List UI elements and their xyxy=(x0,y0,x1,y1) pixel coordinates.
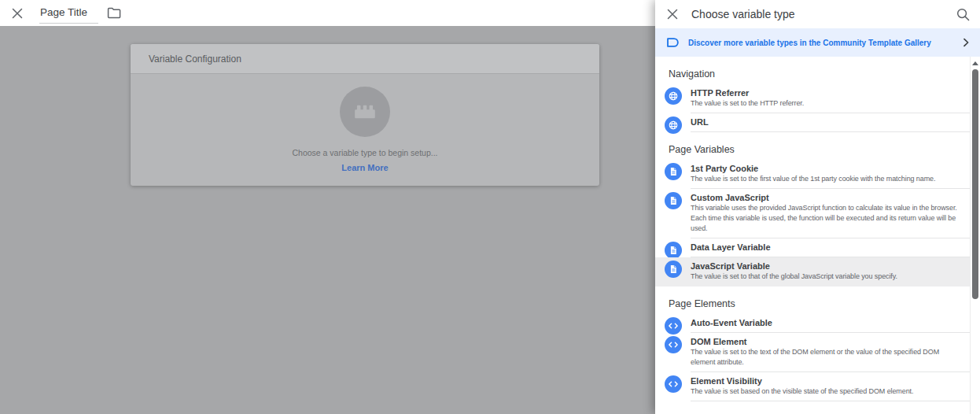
variable-brick-icon xyxy=(340,87,390,137)
panel-scrollbar[interactable] xyxy=(970,57,980,414)
variable-type-description: The value is set to the text of the DOM … xyxy=(691,347,960,368)
card-body: Choose a variable type to begin setup...… xyxy=(131,74,599,172)
variable-type-description: This variable uses the provided JavaScri… xyxy=(691,203,960,234)
close-icon[interactable] xyxy=(12,8,23,19)
chevron-right-icon xyxy=(960,36,972,49)
variable-type-row[interactable]: Element VisibilityThe value is set based… xyxy=(655,372,970,401)
variable-type-title: DOM Element xyxy=(691,336,960,347)
setup-placeholder: Choose a variable type to begin setup... xyxy=(292,148,437,157)
learn-more-link[interactable]: Learn More xyxy=(341,163,388,172)
variable-type-text: HTTP ReferrerThe value is set to the HTT… xyxy=(691,87,960,109)
community-gallery-banner[interactable]: Discover more variable types in the Comm… xyxy=(655,28,980,57)
page-document-icon xyxy=(665,261,682,278)
variable-type-title: URL xyxy=(691,116,960,128)
variable-type-text: 1st Party CookieThe value is set to the … xyxy=(691,163,960,184)
variable-type-title: HTTP Referrer xyxy=(691,87,960,98)
template-gallery-icon xyxy=(665,36,680,49)
variable-type-row[interactable]: Data Layer Variable xyxy=(655,238,970,257)
section-header: Navigation xyxy=(655,57,970,84)
variable-configuration-card: Variable Configuration Choose a variable… xyxy=(131,44,599,186)
variable-sections: NavigationHTTP ReferrerThe value is set … xyxy=(655,57,970,414)
variable-type-title: JavaScript Variable xyxy=(691,261,960,272)
variable-type-row[interactable]: URL xyxy=(655,113,970,132)
code-brackets-icon xyxy=(665,336,682,353)
variable-type-row[interactable]: Auto-Event Variable xyxy=(655,314,970,333)
variable-type-text: JavaScript VariableThe value is set to t… xyxy=(691,261,960,282)
variable-type-title: Auto-Event Variable xyxy=(691,317,960,328)
code-brackets-icon xyxy=(665,317,682,335)
page-document-icon xyxy=(665,242,682,259)
variable-type-description: The value is set to the first value of t… xyxy=(691,174,960,184)
panel-header: Choose variable type xyxy=(655,0,980,28)
variable-section: Page ElementsAuto-Event VariableDOM Elem… xyxy=(655,286,970,401)
variable-type-row[interactable]: Custom JavaScriptThis variable uses the … xyxy=(655,189,970,238)
variable-type-description: The value is set based on the visible st… xyxy=(691,386,960,397)
variable-type-row[interactable]: DOM ElementThe value is set to the text … xyxy=(655,333,970,372)
variable-section: NavigationHTTP ReferrerThe value is set … xyxy=(655,57,970,132)
choose-variable-type-panel: Choose variable type Discover more varia… xyxy=(655,0,980,414)
variable-type-text: Data Layer Variable xyxy=(691,242,960,253)
variable-type-title: Custom JavaScript xyxy=(691,192,960,203)
page-document-icon xyxy=(665,192,682,209)
page-document-icon xyxy=(665,163,682,180)
card-header: Variable Configuration xyxy=(131,44,599,74)
variable-section: Page Variables1st Party CookieThe value … xyxy=(655,132,970,286)
variable-type-row[interactable]: HTTP ReferrerThe value is set to the HTT… xyxy=(655,84,970,113)
globe-icon xyxy=(665,87,682,105)
banner-text: Discover more variable types in the Comm… xyxy=(688,39,960,47)
variable-type-text: URL xyxy=(691,116,960,128)
code-brackets-icon xyxy=(665,375,682,393)
variable-type-description: The value is set to the HTTP referrer. xyxy=(691,98,960,109)
page-title-field[interactable]: Page Title xyxy=(39,2,98,24)
variable-type-text: DOM ElementThe value is set to the text … xyxy=(691,336,960,368)
card-title: Variable Configuration xyxy=(149,54,241,65)
close-icon[interactable] xyxy=(667,9,678,20)
scroll-up-arrow-icon[interactable] xyxy=(972,61,978,65)
variable-type-row[interactable]: JavaScript VariableThe value is set to t… xyxy=(655,257,970,286)
section-header: Page Variables xyxy=(655,132,970,160)
folder-icon[interactable] xyxy=(107,7,121,19)
variable-type-title: Data Layer Variable xyxy=(691,242,960,253)
section-header: Page Elements xyxy=(655,286,970,314)
panel-title: Choose variable type xyxy=(691,8,956,20)
editor-topbar: Page Title xyxy=(0,0,655,26)
variable-type-title: Element Visibility xyxy=(691,375,960,386)
scrollbar-thumb[interactable] xyxy=(972,69,978,299)
page-title: Page Title xyxy=(40,6,87,18)
variable-type-text: Element VisibilityThe value is set based… xyxy=(691,375,960,397)
variable-type-row[interactable]: 1st Party CookieThe value is set to the … xyxy=(655,160,970,189)
variable-type-text: Auto-Event Variable xyxy=(691,317,960,328)
variable-type-description: The value is set to that of the global J… xyxy=(691,272,960,282)
variable-type-text: Custom JavaScriptThis variable uses the … xyxy=(691,192,960,234)
globe-icon xyxy=(665,116,682,134)
variable-type-title: 1st Party Cookie xyxy=(691,163,960,174)
search-icon[interactable] xyxy=(956,8,970,21)
